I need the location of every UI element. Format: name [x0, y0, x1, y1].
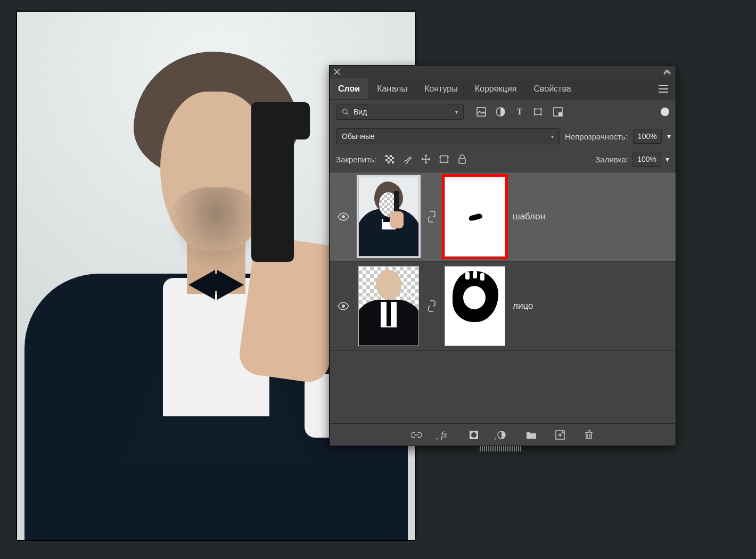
layer-name[interactable]: шаблон: [513, 211, 545, 222]
layer-search-label: Вид: [354, 108, 367, 116]
fill-value: 100%: [637, 155, 656, 163]
opacity-input[interactable]: 100%: [633, 129, 662, 144]
tab-adjustments[interactable]: Коррекция: [466, 78, 525, 99]
blend-mode-value: Обычные: [342, 132, 375, 141]
type-icon[interactable]: T: [515, 107, 524, 117]
layer-name[interactable]: лицо: [513, 301, 533, 311]
svg-rect-5: [540, 109, 542, 110]
shape-icon[interactable]: [534, 107, 544, 117]
svg-rect-10: [385, 155, 394, 163]
close-icon[interactable]: [334, 69, 340, 75]
chevron-down-icon: ▾: [551, 134, 554, 139]
layer-mask-thumbnail[interactable]: [445, 266, 505, 346]
svg-rect-1: [477, 108, 486, 116]
svg-rect-4: [534, 109, 536, 110]
panel-footer: fx▾ ▾: [330, 423, 676, 446]
layer-filter-icons: T: [476, 107, 563, 117]
image-icon[interactable]: [476, 107, 486, 117]
smartobj-icon[interactable]: [553, 107, 563, 117]
svg-point-18: [471, 432, 476, 438]
panel-tabs: Слои Каналы Контуры Коррекция Свойства: [330, 78, 676, 100]
search-icon: [342, 108, 349, 116]
opacity-value: 100%: [638, 132, 657, 141]
collapse-icon[interactable]: [663, 69, 671, 75]
blend-mode-select[interactable]: Обычные ▾: [336, 128, 560, 144]
layer-mask-thumbnail[interactable]: [445, 177, 505, 257]
lock-artboard-icon[interactable]: [439, 154, 449, 164]
layers-panel: Слои Каналы Контуры Коррекция Свойства В…: [329, 65, 676, 446]
dock-grip[interactable]: [463, 446, 538, 453]
link-icon[interactable]: [411, 430, 422, 440]
tab-paths[interactable]: Контуры: [416, 78, 466, 99]
fill-label: Заливка:: [595, 155, 628, 164]
panel-menu-icon[interactable]: [651, 85, 676, 93]
fx-icon[interactable]: fx▾: [440, 430, 450, 440]
chevron-down-icon: ▾: [455, 109, 458, 115]
svg-rect-7: [540, 114, 542, 116]
lock-label: Закрепить:: [336, 155, 376, 164]
group-icon[interactable]: [526, 430, 537, 440]
fill-input[interactable]: 100%: [632, 152, 661, 167]
layers-list: шаблон лицо: [330, 172, 676, 423]
mask-link-icon[interactable]: [428, 300, 435, 312]
svg-rect-9: [558, 112, 562, 116]
visibility-eye-icon[interactable]: [338, 302, 349, 310]
chevron-down-icon[interactable]: ▾: [667, 132, 671, 141]
svg-rect-14: [459, 159, 465, 163]
layer-row[interactable]: шаблон: [330, 172, 676, 261]
layer-search-select[interactable]: Вид ▾: [336, 104, 464, 120]
svg-point-16: [342, 305, 345, 308]
mask-icon[interactable]: [469, 430, 479, 440]
svg-point-15: [342, 215, 345, 218]
chevron-down-icon[interactable]: ▾: [665, 155, 669, 163]
adjust-icon[interactable]: [496, 107, 505, 117]
opacity-label: Непрозрачность:: [565, 132, 628, 141]
svg-rect-3: [535, 109, 541, 115]
tab-layers[interactable]: Слои: [330, 78, 368, 99]
layer-thumbnail[interactable]: [358, 266, 419, 346]
lock-brush-icon[interactable]: [403, 154, 413, 164]
mask-link-icon[interactable]: [428, 211, 435, 223]
lock-pixels-icon[interactable]: [385, 154, 395, 164]
lock-all-icon[interactable]: [457, 154, 467, 164]
tab-channels[interactable]: Каналы: [368, 78, 416, 99]
svg-rect-13: [440, 156, 448, 163]
visibility-eye-icon[interactable]: [338, 212, 349, 221]
layer-thumbnail[interactable]: [358, 177, 419, 257]
adjustment-icon[interactable]: ▾: [497, 430, 508, 440]
new-layer-icon[interactable]: [555, 430, 565, 440]
lock-move-icon[interactable]: [421, 154, 431, 164]
svg-point-0: [343, 109, 347, 113]
filter-toggle[interactable]: [661, 108, 669, 116]
layer-row[interactable]: лицо: [330, 261, 676, 351]
trash-icon[interactable]: [584, 430, 594, 440]
svg-rect-6: [534, 114, 536, 116]
tab-properties[interactable]: Свойства: [525, 78, 579, 99]
panel-titlebar[interactable]: [330, 65, 676, 78]
